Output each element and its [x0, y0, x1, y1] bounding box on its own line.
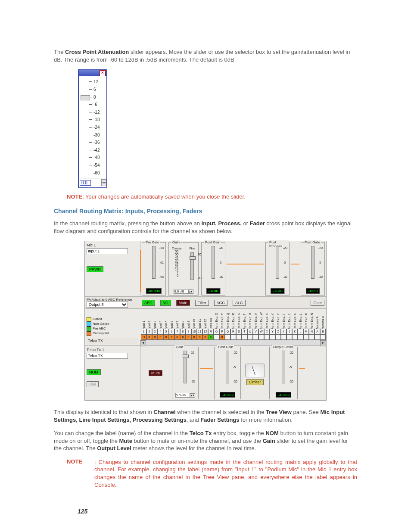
- scroll-left-icon[interactable]: ◂: [140, 340, 146, 346]
- matrix-col-header[interactable]: From Exp. N: [309, 326, 314, 329]
- aec-button[interactable]: AEC: [142, 300, 155, 306]
- matrix-col-letter: S: [236, 329, 242, 334]
- dial-button[interactable]: Dial: [87, 381, 99, 387]
- crosspoint-cell[interactable]: 0: [202, 334, 208, 340]
- slider-spinner[interactable]: ▴▾: [101, 179, 106, 186]
- matrix-col-header[interactable]: From Exp. O: [214, 326, 219, 329]
- matrix-col-header[interactable]: From Exp. Y: [270, 326, 275, 329]
- telco-name-input[interactable]: [87, 353, 128, 359]
- crosspoint-cell[interactable]: [253, 334, 258, 340]
- crosspoint-cell[interactable]: 0: [180, 334, 186, 340]
- matrix-col-header[interactable]: From Exp. J: [286, 326, 292, 329]
- slider-handle[interactable]: [81, 95, 90, 100]
- matrix-col-header[interactable]: From Exp. K: [292, 326, 298, 329]
- telco-gain-value[interactable]: ▴▾: [175, 393, 195, 398]
- matrix-col-header[interactable]: Input 1: [141, 326, 146, 329]
- matrix-col-header[interactable]: From Exp. U: [247, 326, 253, 329]
- crosspoint-cell[interactable]: [281, 334, 286, 340]
- telco-controls-paragraph: You can change the label (name) of the c…: [54, 429, 357, 452]
- crosspoint-cell[interactable]: [258, 334, 264, 340]
- close-icon[interactable]: ×: [100, 70, 106, 76]
- gate-button[interactable]: Gate: [311, 300, 324, 306]
- mute-button[interactable]: Mute: [176, 300, 190, 306]
- limiter-button[interactable]: Limiter: [246, 379, 263, 385]
- crosspoint-cell[interactable]: [320, 334, 326, 340]
- crosspoint-cell[interactable]: [286, 334, 292, 340]
- matrix-col-header[interactable]: Process A: [314, 326, 320, 329]
- crosspoint-cell[interactable]: O: [141, 334, 146, 340]
- matrix-col-header[interactable]: Input 5: [163, 326, 169, 329]
- crosspoint-cell[interactable]: 0: [146, 334, 152, 340]
- matrix-col-letter: K: [292, 329, 298, 334]
- crosspoint-cell[interactable]: 0: [174, 334, 180, 340]
- nom-button[interactable]: NOM: [87, 369, 101, 375]
- matrix-col-header[interactable]: From Exp. T: [242, 326, 247, 329]
- matrix-col-header[interactable]: From Exp. Z: [275, 326, 281, 329]
- crosspoint-cell[interactable]: [247, 334, 253, 340]
- crosspoint-cell[interactable]: [292, 334, 298, 340]
- matrix-col-header[interactable]: From Exp. Q: [225, 326, 230, 329]
- gain-coarse-fine: Gain Coarse 56 50 41 35 28 21 14 7: [168, 242, 199, 296]
- matrix-col-header[interactable]: From Exp. X: [264, 326, 270, 329]
- crosspoint-cell[interactable]: [314, 334, 320, 340]
- crosspoint-cell[interactable]: 0: [208, 334, 214, 340]
- aec-reference-select[interactable]: Output 8: [87, 302, 128, 308]
- crosspoint-cell[interactable]: 0: [152, 334, 158, 340]
- matrix-col-header[interactable]: Input 7: [174, 326, 180, 329]
- matrix-col-letter: 7: [174, 329, 180, 334]
- matrix-col-header[interactable]: Input 2: [146, 326, 152, 329]
- matrix-col-header[interactable]: Input 11: [197, 326, 202, 329]
- crosspoint-cell[interactable]: [242, 334, 247, 340]
- matrix-col-header[interactable]: Input 6: [169, 326, 174, 329]
- crosspoint-cell[interactable]: [275, 334, 281, 340]
- crosspoint-cell[interactable]: 0: [163, 334, 169, 340]
- matrix-col-header[interactable]: Input 9: [186, 326, 191, 329]
- crosspoint-cell[interactable]: [298, 334, 303, 340]
- crosspoint-cell[interactable]: 0: [186, 334, 191, 340]
- display-identical-paragraph: This display is identical to that shown …: [54, 408, 357, 423]
- matrix-col-header[interactable]: From Exp. P: [219, 326, 225, 329]
- matrix-col-header[interactable]: Process B: [320, 326, 326, 329]
- matrix-col-header[interactable]: Input 12: [202, 326, 208, 329]
- gain-value-spinner[interactable]: ▴▾: [174, 289, 193, 294]
- telco-mute-button[interactable]: Mute: [149, 370, 162, 376]
- crosspoint-cell[interactable]: 0: [158, 334, 163, 340]
- matrix-col-header[interactable]: From Exp. S: [236, 326, 242, 329]
- matrix-col-header[interactable]: From Exp. W: [258, 326, 264, 329]
- matrix-col-header[interactable]: From Exp. M: [303, 326, 309, 329]
- nc-button[interactable]: NC: [160, 300, 171, 306]
- scroll-right-icon[interactable]: ▸: [320, 340, 326, 346]
- matrix-col-header[interactable]: From Exp. R: [230, 326, 236, 329]
- crosspoint-cell[interactable]: [264, 334, 270, 340]
- alc-button[interactable]: ALC: [233, 300, 246, 306]
- matrix-col-header[interactable]: Input 10: [191, 326, 197, 329]
- crosspoint-cell[interactable]: 0: [169, 334, 174, 340]
- telco-gain-slider[interactable]: 20-65: [184, 351, 187, 383]
- matrix-col-header[interactable]: Input 8: [180, 326, 186, 329]
- crosspoint-cell[interactable]: [225, 334, 230, 340]
- crosspoint-cell[interactable]: 0: [219, 334, 225, 340]
- spinner-up-icon[interactable]: ▴: [101, 179, 106, 183]
- crosspoint-cell[interactable]: [236, 334, 242, 340]
- matrix-col-header[interactable]: From Exp. L: [298, 326, 303, 329]
- mic-input-name[interactable]: [87, 248, 128, 254]
- matrix-col-header[interactable]: Input 3: [152, 326, 158, 329]
- crosspoint-cell[interactable]: [303, 334, 309, 340]
- crosspoint-cell[interactable]: [309, 334, 314, 340]
- matrix-col-header[interactable]: Input 4: [158, 326, 163, 329]
- crosspoint-cell[interactable]: 0: [197, 334, 202, 340]
- matrix-col-header[interactable]: From Exp. V: [253, 326, 258, 329]
- matrix-col-letter: 1: [141, 329, 146, 334]
- crosspoint-cell[interactable]: [270, 334, 275, 340]
- matrix-col-header[interactable]: From Exp. I: [281, 326, 286, 329]
- gain-fine-slider[interactable]: 20-65: [190, 252, 194, 280]
- slider-value[interactable]: 0.0: [80, 180, 91, 186]
- ppwr-button[interactable]: PPWR: [87, 266, 103, 272]
- matrix-col-header[interactable]: Telco RX: [208, 326, 214, 329]
- crosspoint-cell[interactable]: [214, 334, 219, 340]
- filter-button[interactable]: Filter: [195, 300, 209, 306]
- agc-button[interactable]: AGC: [214, 300, 228, 306]
- crosspoint-cell[interactable]: 0: [191, 334, 197, 340]
- spinner-down-icon[interactable]: ▾: [101, 183, 106, 186]
- crosspoint-cell[interactable]: [230, 334, 236, 340]
